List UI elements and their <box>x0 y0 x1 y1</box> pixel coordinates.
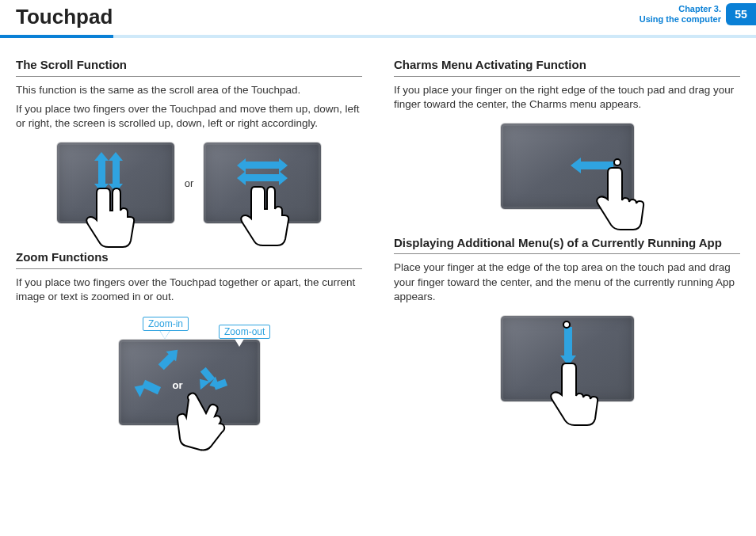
zoom-figure: or Zoom-in Zoom-out <box>16 315 362 450</box>
page-number-badge: 55 <box>726 3 756 25</box>
charms-p1: If you place your finger on the right ed… <box>394 83 740 112</box>
chapter-line1: Chapter 3. <box>640 4 721 14</box>
scroll-p2: If you place two fingers over the Touchp… <box>16 102 362 131</box>
page-title: Touchpad <box>16 5 113 29</box>
or-label-scroll: or <box>185 177 194 189</box>
zoom-out-callout: Zoom-out <box>219 325 270 339</box>
zoom-p1: If you place two fingers over the Touchp… <box>16 276 362 304</box>
one-finger-hand-icon <box>590 163 649 238</box>
touchpad-charms <box>500 123 635 210</box>
menus-p1: Place your finger at the edge of the top… <box>394 260 740 304</box>
zoom-in-callout: Zoom-in <box>143 317 189 331</box>
charms-figure <box>394 123 740 210</box>
touchpad-vertical-scroll <box>56 142 175 224</box>
chapter-line2: Using the computer <box>640 14 721 25</box>
zoom-heading: Zoom Functions <box>16 249 362 269</box>
charms-heading: Charms Menu Activating Function <box>394 57 740 77</box>
right-column: Charms Menu Activating Function If you p… <box>394 57 740 475</box>
accent-bar <box>0 35 756 38</box>
left-column: The Scroll Function This function is the… <box>16 57 362 475</box>
chapter-info: Chapter 3. Using the computer 55 <box>640 3 756 25</box>
touchpad-horizontal-scroll <box>203 142 322 224</box>
scroll-heading: The Scroll Function <box>16 57 362 77</box>
menus-figure <box>394 315 740 402</box>
two-finger-hand-icon <box>82 182 146 253</box>
scroll-figure-row: or <box>16 142 362 224</box>
touchpad-zoom: or <box>118 339 261 426</box>
pinch-hand-icon <box>174 386 246 465</box>
two-finger-hand-icon <box>237 181 300 252</box>
one-finger-hand-icon <box>544 359 603 434</box>
touchpad-menus <box>500 315 635 402</box>
scroll-p1: This function is the same as the scroll … <box>16 83 362 97</box>
menus-heading: Displaying Additional Menu(s) of a Curre… <box>394 235 740 255</box>
